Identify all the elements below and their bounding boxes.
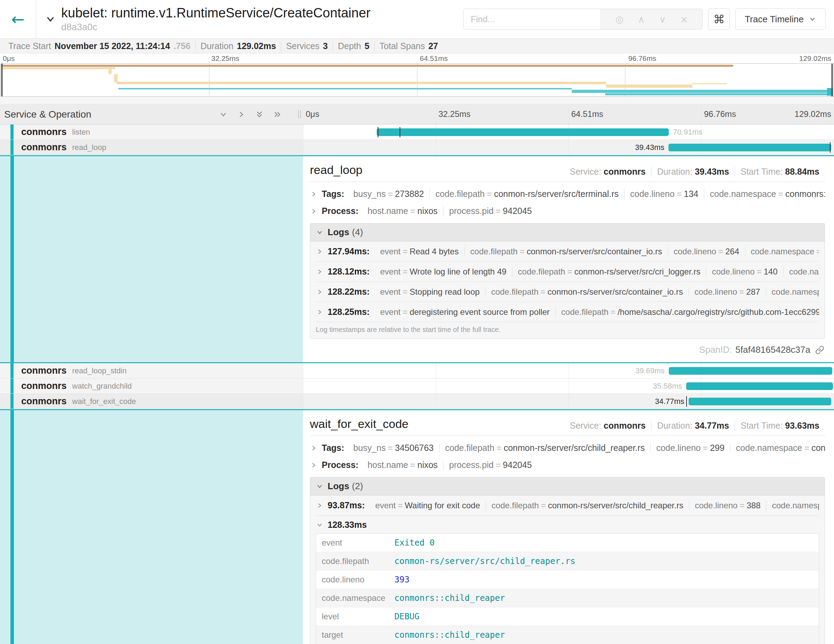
expand-one-icon[interactable] [237,110,246,119]
target-icon[interactable]: ◎ [616,14,624,25]
span-accent-stripe [10,156,14,362]
log-kv-key: event [316,534,391,552]
span-name-cell[interactable]: conmonrswait_for_exit_code [0,394,303,409]
link-icon[interactable] [815,345,824,354]
span-row[interactable]: conmonrslisten70.91ms [0,125,834,140]
span-meta-service-label: Service: [570,167,603,176]
span-timeline-cell[interactable]: 35.58ms [303,379,834,393]
minimap-canvas[interactable] [1,63,833,97]
timeline-tick-label: 129.02ms [795,109,831,119]
minimap-scrub-handle-left[interactable] [1,64,3,96]
expand-all-icon[interactable] [273,110,282,119]
chevron-down-icon[interactable]: ∨ [659,14,666,25]
span-row[interactable]: conmonrsread_loop39.43ms [0,140,834,155]
tag-key: code.filepath [470,247,517,256]
span-meta-start-time: Start Time: 93.63ms [735,421,825,431]
tag-key: event [375,501,396,510]
span-duration-bar[interactable] [377,128,669,136]
span-duration-bar[interactable] [689,398,832,405]
tag-key: code.filepath [445,443,495,453]
tag-chip: event=Read 4 bytes [375,247,464,256]
span-row[interactable]: conmonrswait_for_exit_code34.77ms [0,394,834,409]
span-name-cell[interactable]: conmonrslisten [0,125,303,139]
timeline-gridline [303,125,303,139]
tag-chip: host.name=nixos [362,206,443,216]
tag-value: conmonrs::terminal [785,189,825,199]
tag-key: event [380,287,401,296]
span-detail-panel: wait_for_exit_codeService: conmonrsDurat… [0,409,834,644]
column-resizer[interactable] [298,111,301,118]
logs-accordion-header[interactable]: Logs(4) [310,223,824,241]
chevron-up-icon[interactable]: ∧ [638,14,645,25]
log-kv-value: DEBUG [391,607,423,626]
span-id-value: 5faf48165428c37a [735,345,810,355]
span-meta: Service: conmonrsDuration: 39.43msStart … [564,167,825,177]
span-duration-bar[interactable] [686,382,832,390]
tag-chip: code.filepath=conmon-rs/server/src/conta… [464,247,668,256]
process-accordion[interactable]: Process:host.name=nixosprocess.pid=94204… [310,456,825,474]
span-row[interactable]: conmonrsread_loop_stdin39.69ms [0,363,834,379]
find-input[interactable] [464,9,601,29]
span-duration-label: 39.43ms [635,143,664,152]
summary-item-label: Services [286,41,320,51]
span-timeline-cell[interactable]: 34.77ms [303,394,834,409]
tag-chip: code.lineno=388 [689,501,766,510]
tags-label: Tags: [322,189,344,199]
equals-sign: = [401,247,410,256]
span-meta-duration-value: 34.77ms [695,421,729,430]
tags-accordion[interactable]: Tags:busy_ns=273882code.filepath=conmon-… [310,185,825,202]
summary-item-value: 27 [428,41,438,51]
tag-chip: code.lineno=140 [706,267,783,277]
log-entry[interactable]: 128.12ms:event=Wrote log line of length … [316,262,819,282]
log-kv-table: eventExited 0code.filepathconmon-rs/serv… [316,533,819,644]
span-duration-label: 39.69ms [635,366,664,375]
timeline-header-ticks: 0μs32.25ms64.51ms96.76ms129.02ms [303,104,834,124]
span-name-cell[interactable]: conmonrsread_loop_stdin [0,363,303,378]
logs-accordion-header[interactable]: Logs(2) [310,477,824,495]
log-entry[interactable]: 93.87ms:event=Waiting for exit codecode.… [316,495,819,516]
process-label: Process: [322,206,359,216]
equals-sign: = [493,206,503,216]
trace-collapse-chevron[interactable] [45,13,57,25]
span-meta: Service: conmonrsDuration: 34.77msStart … [564,421,825,431]
log-entry-expanded-header[interactable]: 128.33ms [316,516,819,532]
log-kv-row: code.lineno393 [316,571,819,589]
log-entry[interactable]: 128.25ms:event=deregistering event sourc… [316,302,819,322]
logs-section: Logs(2)93.87ms:event=Waiting for exit co… [310,477,825,644]
tag-value: 140 [764,267,777,276]
timeline-minimap[interactable]: 0μs32.25ms64.51ms96.76ms129.02ms [0,53,834,97]
log-entry[interactable]: 128.22ms:event=Stopping read loopcode.fi… [316,282,819,302]
tag-key: process.pid [449,460,493,470]
span-duration-bar[interactable] [669,367,832,375]
log-kv-key: code.filepath [316,552,391,570]
back-button[interactable]: ← [0,0,36,38]
span-timeline-cell[interactable]: 39.69ms [303,363,834,378]
span-name-cell[interactable]: conmonrswatch_grandchild [0,379,303,393]
span-timeline-cell[interactable]: 70.91ms [303,125,834,139]
equals-sign: = [802,443,812,453]
view-dropdown[interactable]: Trace Timeline [735,8,826,30]
tag-value: deregistering event source from poller [410,307,550,317]
span-timeline-cell[interactable]: 39.43ms [303,140,834,155]
tag-value: 264 [725,247,739,256]
timeline-gridline [569,379,569,393]
minimap-scrub-handle-right[interactable] [831,64,833,96]
equals-sign: = [565,267,574,276]
collapse-all-icon[interactable] [255,110,264,119]
clear-icon[interactable]: × [680,14,688,25]
span-row[interactable]: conmonrswatch_grandchild35.58ms [0,379,834,394]
timeline-gridline [436,140,436,155]
process-accordion[interactable]: Process:host.name=nixosprocess.pid=94204… [310,202,825,220]
log-kv-value: conmon-rs/server/src/child_reaper.rs [391,552,579,570]
log-entry[interactable]: 127.94ms:event=Read 4 bytescode.filepath… [316,241,819,262]
span-color-accent [10,379,14,393]
span-color-accent [10,394,14,409]
tags-accordion[interactable]: Tags:busy_ns=34506763code.filepath=conmo… [310,439,825,456]
log-kv-row: code.namespaceconmonrs::child_reaper [316,589,819,607]
equals-sign: = [701,443,710,453]
span-name-cell[interactable]: conmonrsread_loop [0,140,303,155]
log-timestamp: 128.25ms: [328,307,370,317]
keyboard-shortcuts-button[interactable]: ⌘ [708,8,730,30]
span-duration-bar[interactable] [668,144,831,151]
collapse-one-icon[interactable] [219,110,228,119]
